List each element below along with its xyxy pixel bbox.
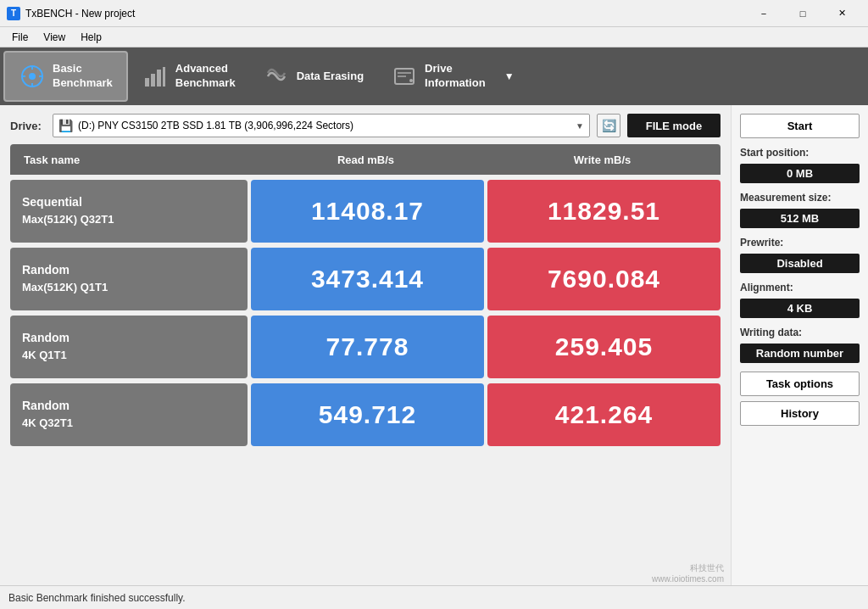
table-row: Random4K Q32T1 549.712 421.264: [10, 383, 721, 446]
drive-information-label: DriveInformation: [425, 62, 486, 91]
header-task-name: Task name: [10, 154, 248, 166]
window-title: TxBENCH - New project: [25, 8, 739, 20]
start-button[interactable]: Start: [740, 114, 860, 138]
data-erasing-icon: [263, 63, 290, 90]
history-button[interactable]: History: [740, 401, 860, 426]
toolbar-basic-benchmark[interactable]: BasicBenchmark: [3, 51, 128, 102]
table-row: RandomMax(512K) Q1T1 3473.414 7690.084: [10, 248, 721, 310]
svg-rect-6: [145, 78, 149, 87]
read-random-4k-q1: 77.778: [251, 316, 484, 378]
title-bar: T TxBENCH - New project − □ ✕: [0, 0, 868, 27]
measurement-size-label: Measurement size:: [740, 192, 860, 204]
drive-information-icon: [391, 63, 418, 90]
table-header: Task name Read mB/s Write mB/s: [10, 144, 721, 175]
right-panel: Start Start position: 0 MB Measurement s…: [731, 105, 868, 585]
write-sequential: 11829.51: [487, 180, 721, 243]
drive-row: Drive: 💾 (D:) PNY CS3150 2TB SSD 1.81 TB…: [10, 114, 721, 137]
file-mode-button[interactable]: FILE mode: [627, 114, 721, 137]
left-area: Drive: 💾 (D:) PNY CS3150 2TB SSD 1.81 TB…: [0, 105, 731, 585]
drive-disk-icon: 💾: [58, 119, 73, 132]
basic-benchmark-icon: [19, 63, 46, 90]
start-position-value: 0 MB: [740, 164, 860, 183]
benchmark-table: Task name Read mB/s Write mB/s Sequentia…: [10, 144, 721, 577]
measurement-size-value: 512 MB: [740, 209, 860, 228]
svg-rect-8: [157, 70, 161, 87]
alignment-label: Alignment:: [740, 282, 860, 293]
prewrite-value: Disabled: [740, 254, 860, 273]
minimize-button[interactable]: −: [744, 0, 783, 27]
header-read: Read mB/s: [248, 154, 484, 166]
writing-data-label: Writing data:: [740, 327, 860, 338]
menu-file[interactable]: File: [5, 30, 35, 45]
menu-view[interactable]: View: [36, 30, 72, 45]
advanced-benchmark-icon: [142, 63, 169, 90]
drive-refresh-button[interactable]: 🔄: [597, 114, 620, 137]
svg-point-1: [29, 73, 36, 80]
basic-benchmark-label: BasicBenchmark: [53, 62, 113, 91]
window-controls: − □ ✕: [744, 0, 861, 27]
toolbar-dropdown[interactable]: ▼: [499, 51, 520, 102]
toolbar: BasicBenchmark AdvancedBenchmark Data Er…: [0, 47, 868, 105]
toolbar-drive-information[interactable]: DriveInformation: [377, 51, 499, 102]
write-random-4k-q1: 259.405: [487, 316, 721, 378]
table-row: Random4K Q1T1 77.778 259.405: [10, 316, 721, 378]
task-options-button[interactable]: Task options: [740, 372, 860, 396]
alignment-value: 4 KB: [740, 299, 860, 318]
write-random-4k-q32: 421.264: [487, 383, 721, 446]
read-random-4k-q32: 549.712: [251, 383, 484, 446]
task-random-512k: RandomMax(512K) Q1T1: [10, 248, 248, 310]
read-random-512k: 3473.414: [251, 248, 484, 310]
prewrite-label: Prewrite:: [740, 237, 860, 249]
task-random-4k-q32: Random4K Q32T1: [10, 383, 248, 446]
drive-dropdown-arrow: ▼: [576, 121, 584, 131]
write-random-512k: 7690.084: [487, 248, 721, 310]
menu-bar: File View Help: [0, 27, 868, 47]
drive-selected-text: (D:) PNY CS3150 2TB SSD 1.81 TB (3,906,9…: [78, 120, 570, 131]
drive-label: Drive:: [10, 120, 46, 132]
content-wrapper: Drive: 💾 (D:) PNY CS3150 2TB SSD 1.81 TB…: [0, 105, 868, 585]
close-button[interactable]: ✕: [822, 0, 861, 27]
task-random-4k-q1: Random4K Q1T1: [10, 316, 248, 378]
toolbar-advanced-benchmark[interactable]: AdvancedBenchmark: [128, 51, 249, 102]
maximize-button[interactable]: □: [783, 0, 822, 27]
read-sequential: 11408.17: [251, 180, 484, 243]
toolbar-data-erasing[interactable]: Data Erasing: [249, 51, 377, 102]
data-erasing-label: Data Erasing: [297, 70, 364, 84]
advanced-benchmark-label: AdvancedBenchmark: [175, 62, 236, 91]
task-sequential: SequentialMax(512K) Q32T1: [10, 180, 248, 243]
app-icon: T: [7, 7, 20, 20]
header-write: Write mB/s: [484, 154, 721, 166]
table-row: SequentialMax(512K) Q32T1 11408.17 11829…: [10, 180, 721, 243]
svg-rect-9: [163, 67, 165, 87]
drive-selector[interactable]: 💾 (D:) PNY CS3150 2TB SSD 1.81 TB (3,906…: [53, 114, 590, 137]
table-body: SequentialMax(512K) Q32T1 11408.17 11829…: [10, 175, 721, 446]
status-text: Basic Benchmark finished successfully.: [8, 592, 186, 604]
writing-data-value: Random number: [740, 344, 860, 363]
status-bar: Basic Benchmark finished successfully.: [0, 585, 868, 609]
menu-help[interactable]: Help: [74, 30, 108, 45]
start-position-label: Start position:: [740, 147, 860, 159]
svg-point-11: [409, 79, 413, 82]
svg-rect-7: [151, 74, 155, 87]
